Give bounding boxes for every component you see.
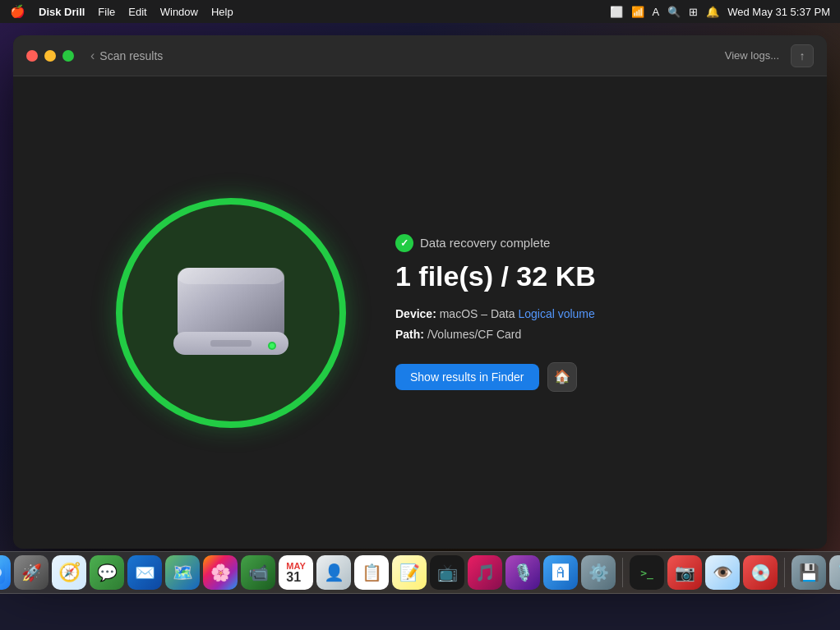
view-logs-button[interactable]: View logs...: [725, 49, 779, 62]
file-menu[interactable]: File: [98, 6, 115, 18]
device-label: Device:: [395, 307, 436, 320]
status-text: Data recovery complete: [420, 236, 550, 250]
dock-icon-photos[interactable]: 🌸: [203, 555, 238, 590]
screen-icon: ⬜: [610, 6, 623, 18]
dock-icon-facetime[interactable]: 📹: [241, 555, 275, 590]
path-info-line: Path: /Volumes/CF Card: [395, 328, 724, 341]
dock-icon-finder[interactable]: [0, 555, 11, 590]
title-bar-actions: View logs... ↑: [725, 44, 814, 67]
desktop: ‹ Scan results View logs... ↑: [0, 23, 840, 594]
close-button[interactable]: [26, 50, 38, 62]
dock-icon-maps[interactable]: 🗺️: [165, 555, 200, 590]
dock-icon-messages[interactable]: 💬: [90, 555, 124, 590]
menubar: 🍎 Disk Drill File Edit Window Help ⬜ 📶 A…: [0, 0, 840, 23]
back-chevron-icon: ‹: [90, 48, 95, 63]
share-icon: ↑: [800, 49, 805, 62]
apple-menu[interactable]: 🍎: [10, 4, 25, 19]
control-center-icon[interactable]: ⊞: [689, 6, 698, 18]
dock-icon-appstore[interactable]: 🅰: [543, 555, 578, 590]
title-bar: ‹ Scan results View logs... ↑: [13, 35, 827, 76]
device-info-line: Device: macOS – Data Logical volume: [395, 306, 724, 323]
dock-icon-contacts[interactable]: 👤: [316, 555, 351, 590]
dock-icon-systemprefs[interactable]: ⚙️: [581, 555, 616, 590]
action-buttons: Show results in Finder 🏠: [395, 362, 724, 392]
dock-icon-terminal[interactable]: >_: [630, 555, 664, 590]
back-nav-label: Scan results: [99, 49, 163, 62]
dock-icon-music[interactable]: 🎵: [468, 555, 502, 590]
edit-menu[interactable]: Edit: [128, 6, 146, 18]
svg-point-4: [270, 343, 275, 348]
dock-icon-photobooth[interactable]: 📷: [667, 555, 702, 590]
dock-icon-appletv[interactable]: 📺: [430, 555, 464, 590]
traffic-lights: [26, 50, 74, 62]
file-count-display: 1 file(s) / 32 KB: [395, 260, 724, 292]
text-input-icon: A: [653, 6, 660, 18]
back-navigation[interactable]: ‹ Scan results: [90, 48, 163, 63]
dock-icon-trash[interactable]: 🗑️: [829, 555, 840, 590]
dock-icon-networkdrive[interactable]: 💾: [792, 555, 826, 590]
svg-rect-5: [210, 340, 252, 347]
app-menu[interactable]: Disk Drill: [39, 6, 85, 18]
help-menu[interactable]: Help: [211, 6, 233, 18]
path-label: Path:: [395, 328, 424, 341]
disk-visual-container: [116, 198, 346, 428]
window-menu[interactable]: Window: [160, 6, 198, 18]
dock-separator: [622, 558, 623, 587]
minimize-button[interactable]: [44, 50, 56, 62]
dock-icon-notes[interactable]: 📝: [392, 555, 427, 590]
dock-icon-reminders[interactable]: 📋: [354, 555, 389, 590]
device-name-val: macOS: [440, 307, 478, 320]
wifi-icon: 📶: [631, 6, 644, 18]
dock-icon-diskdrill[interactable]: 💿: [743, 555, 778, 590]
green-ring: [116, 198, 346, 428]
hard-drive-icon: [169, 260, 293, 366]
home-icon: 🏠: [554, 369, 570, 384]
dock-icon-mail[interactable]: ✉️: [127, 555, 162, 590]
dock-container: 🚀 🧭 💬 ✉️ 🗺️ 🌸 📹 MAY31: [0, 554, 840, 591]
home-button[interactable]: 🏠: [547, 362, 577, 392]
svg-rect-1: [178, 268, 284, 284]
path-value: /Volumes/CF Card: [427, 328, 521, 341]
notification-icon[interactable]: 🔔: [706, 6, 719, 18]
device-sep: – Data: [478, 307, 515, 320]
share-button[interactable]: ↑: [791, 44, 814, 67]
info-section: ✓ Data recovery complete 1 file(s) / 32 …: [395, 234, 724, 392]
search-icon[interactable]: 🔍: [667, 6, 681, 18]
status-line: ✓ Data recovery complete: [395, 234, 724, 252]
dock: 🚀 🧭 💬 ✉️ 🗺️ 🌸 📹 MAY31: [0, 551, 840, 594]
dock-separator-2: [784, 558, 785, 587]
dock-icon-launchpad[interactable]: 🚀: [14, 555, 48, 590]
show-results-finder-button[interactable]: Show results in Finder: [395, 364, 539, 390]
dock-icon-safari[interactable]: 🧭: [52, 555, 86, 590]
device-type: Logical volume: [518, 307, 594, 320]
main-content: ✓ Data recovery complete 1 file(s) / 32 …: [13, 76, 827, 549]
check-icon: ✓: [395, 234, 413, 252]
dock-icon-preview[interactable]: 👁️: [705, 555, 740, 590]
app-window: ‹ Scan results View logs... ↑: [13, 35, 827, 549]
fullscreen-button[interactable]: [62, 50, 74, 62]
dock-icon-podcasts[interactable]: 🎙️: [505, 555, 540, 590]
dock-icon-calendar[interactable]: MAY31: [279, 555, 313, 590]
datetime-display: Wed May 31 5:37 PM: [727, 6, 830, 18]
